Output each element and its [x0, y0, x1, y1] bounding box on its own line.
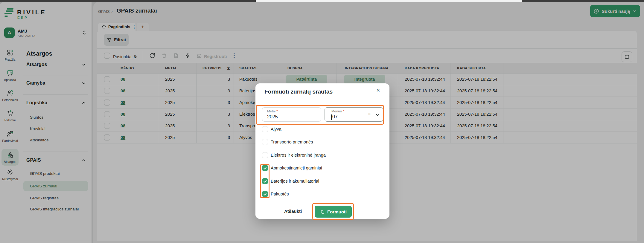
cancel-button[interactable]: Atšaukti — [284, 209, 302, 214]
checkbox-row-alyva: Alyva — [262, 126, 281, 132]
checkbox-label: Apmokestinamieji gaminiai — [271, 166, 322, 170]
checkbox-label: Pakuotės — [271, 192, 289, 196]
elektros-irangos-checkbox[interactable] — [262, 152, 268, 158]
window-top-strip-light — [256, 0, 522, 2]
modal-title: Formuoti žurnalų srautas — [264, 88, 333, 95]
window-top-strip — [522, 0, 644, 2]
formuoti-label: Formuoti — [327, 209, 347, 214]
menuo-value: 07 — [332, 114, 338, 120]
checkbox-label: Alyva — [271, 127, 281, 132]
checkbox-label: Elektros ir elektroninė įranga — [271, 153, 326, 158]
checkbox-row-elektros-iranga: Elektros ir elektroninė įranga — [262, 152, 326, 158]
checkbox-label: Baterijos ir akumuliatoriai — [271, 179, 319, 184]
window-top-strip — [0, 0, 256, 2]
menuo-label: Mėnuo * — [331, 109, 344, 113]
chevron-down-icon[interactable] — [375, 112, 380, 117]
required-asterisk: * — [343, 109, 344, 113]
metai-label: Metai * — [267, 109, 278, 113]
copy-icon — [320, 209, 325, 214]
metai-field[interactable]: Metai * 2025 — [262, 107, 321, 122]
checkbox-row-transporto-priemones: Transporto priemonės — [262, 139, 313, 145]
required-asterisk: * — [276, 109, 278, 113]
checkbox-row-pakuotes: Pakuotės — [262, 191, 289, 197]
menuo-field[interactable]: Mėnuo * 07 × — [325, 107, 383, 122]
apmokestinamieji-gaminiai-checkbox[interactable] — [262, 165, 268, 171]
pakuotes-checkbox[interactable] — [262, 191, 268, 197]
clear-icon[interactable]: × — [368, 111, 371, 117]
checkbox-label: Transporto priemonės — [271, 140, 313, 144]
divider — [260, 102, 385, 102]
transporto-priemones-checkbox[interactable] — [262, 139, 268, 145]
baterijos-akumuliatoriai-checkbox[interactable] — [262, 178, 268, 184]
modal-formuoti-zurnalu-srautas: Formuoti žurnalų srautas × Metai * 2025 … — [255, 83, 389, 219]
formuoti-button[interactable]: Formuoti — [315, 206, 352, 218]
alyva-checkbox[interactable] — [262, 126, 268, 132]
checkbox-row-baterijos-akumuliatoriai: Baterijos ir akumuliatoriai — [262, 178, 319, 184]
text-cursor — [331, 114, 332, 120]
checkbox-row-apmokestinamieji-gaminiai: Apmokestinamieji gaminiai — [262, 165, 322, 171]
app-window: RIVILE ERP A AMJ SINGVAI13 Pradžia — [0, 0, 644, 243]
close-icon[interactable]: × — [376, 87, 380, 94]
metai-value: 2025 — [267, 114, 278, 120]
